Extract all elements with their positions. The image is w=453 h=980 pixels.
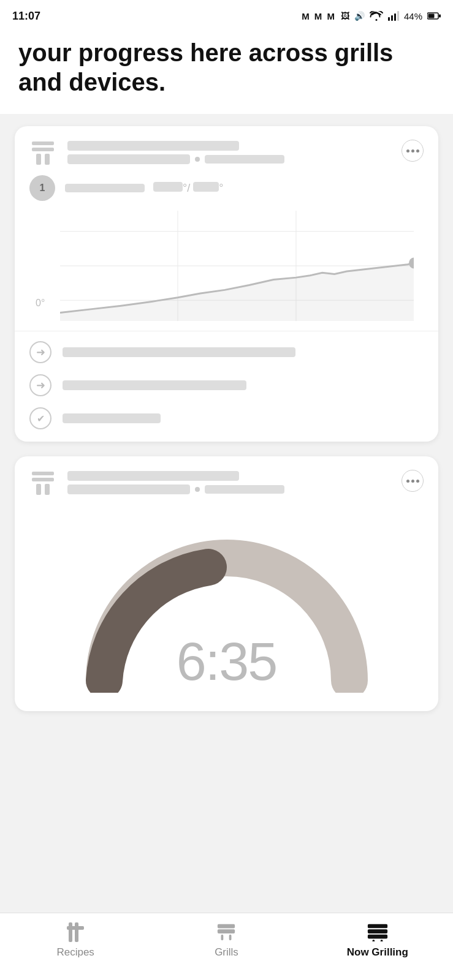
card1-title-group	[67, 141, 284, 164]
bottom-nav: Recipes Grills Now Grilling	[0, 913, 453, 980]
probe-info: °/ °	[65, 182, 223, 195]
svg-rect-3	[397, 11, 399, 21]
action-item-1[interactable]: ➜	[29, 341, 424, 363]
action-item-2[interactable]: ➜	[29, 374, 424, 396]
page-title: your progress here across grills and dev…	[18, 38, 435, 97]
card1-subtitle-row	[67, 154, 284, 164]
card1-subtitle-1	[67, 154, 190, 164]
card2-header-row	[29, 470, 424, 497]
probe-badge: 1	[29, 175, 55, 201]
action-arrow-icon-1: ➜	[29, 341, 51, 363]
probe-number: 1	[40, 183, 45, 194]
svg-rect-23	[381, 940, 383, 941]
svg-rect-0	[388, 17, 390, 21]
chart-svg	[60, 211, 414, 321]
more-dots-icon-2	[406, 480, 419, 483]
card2-title-skeleton	[67, 471, 239, 481]
action-3-label	[63, 413, 161, 423]
svg-rect-1	[391, 15, 393, 21]
probe-name-skeleton	[65, 184, 145, 192]
page-header: your progress here across grills and dev…	[0, 32, 453, 114]
card1-header-left	[29, 140, 284, 167]
more-dots-icon	[406, 149, 419, 153]
svg-rect-19	[368, 924, 387, 929]
svg-rect-13	[75, 922, 78, 942]
dot-divider-2	[195, 487, 200, 492]
nav-item-now-grilling[interactable]: Now Grilling	[341, 922, 414, 959]
svg-rect-18	[229, 935, 232, 940]
action-check-icon: ✔	[29, 407, 51, 429]
card2-title-group	[67, 471, 284, 494]
chart-y-label: 0°	[36, 298, 45, 309]
card1-top: 1 °/ ° 0°	[15, 126, 438, 331]
temp-display: °/ °	[153, 182, 223, 195]
volume-icon: 🔊	[354, 11, 365, 21]
image-icon: 🖼	[341, 11, 349, 21]
dot-divider	[195, 157, 200, 162]
notification-icons: M M M	[302, 11, 336, 21]
nav-label-now-grilling: Now Grilling	[347, 946, 408, 959]
svg-rect-2	[394, 13, 396, 21]
card1-title-skeleton	[67, 141, 239, 151]
grill-icon-1	[29, 140, 56, 167]
card2-subtitle-row	[67, 484, 284, 494]
action-arrow-icon-2: ➜	[29, 374, 51, 396]
grill-icon-2	[29, 470, 56, 497]
nav-item-grills[interactable]: Grills	[189, 922, 263, 959]
card2-subtitle-2	[205, 485, 284, 494]
battery-icon	[427, 12, 441, 20]
nav-label-recipes: Recipes	[56, 946, 94, 959]
card2-header-left	[29, 470, 284, 497]
card1-more-button[interactable]	[402, 140, 424, 162]
card2-top	[15, 456, 438, 515]
timer-time: 6:35	[177, 630, 276, 693]
svg-rect-21	[368, 935, 387, 939]
card2-more-button[interactable]	[402, 470, 424, 492]
probe-row: 1 °/ °	[29, 175, 424, 201]
signal-icon	[388, 11, 399, 21]
svg-rect-17	[221, 935, 224, 940]
svg-rect-22	[372, 940, 375, 941]
now-grilling-icon	[365, 922, 390, 943]
svg-rect-14	[67, 926, 84, 930]
wifi-icon	[370, 11, 383, 21]
grill-session-card-2: 6:35	[15, 456, 438, 711]
svg-rect-5	[439, 15, 441, 18]
recipes-icon	[63, 922, 88, 943]
timer-display: 6:35	[74, 521, 380, 699]
svg-rect-20	[368, 929, 387, 933]
grill-session-card-1: 1 °/ ° 0°	[15, 126, 438, 442]
grills-icon	[214, 922, 238, 943]
action-2-label	[63, 380, 246, 390]
status-icons: M M M 🖼 🔊 44%	[302, 11, 441, 21]
card1-subtitle-2	[205, 155, 284, 164]
card1-header-row	[29, 140, 424, 167]
action-list: ➜ ➜ ✔	[15, 331, 438, 442]
temperature-chart: 0°	[29, 211, 424, 321]
svg-rect-12	[69, 922, 72, 942]
card2-subtitle-1	[67, 484, 190, 494]
battery-text: 44%	[404, 11, 422, 21]
nav-item-recipes[interactable]: Recipes	[39, 922, 112, 959]
svg-rect-15	[218, 924, 235, 929]
status-bar: 11:07 M M M 🖼 🔊 44%	[0, 0, 453, 32]
status-time: 11:07	[12, 10, 40, 23]
action-1-label	[63, 347, 295, 357]
timer-section: 6:35	[15, 515, 438, 711]
content-area: 1 °/ ° 0°	[0, 114, 453, 785]
svg-rect-6	[428, 14, 435, 18]
action-item-3[interactable]: ✔	[29, 407, 424, 429]
svg-rect-16	[218, 929, 235, 933]
nav-label-grills: Grills	[215, 946, 238, 959]
